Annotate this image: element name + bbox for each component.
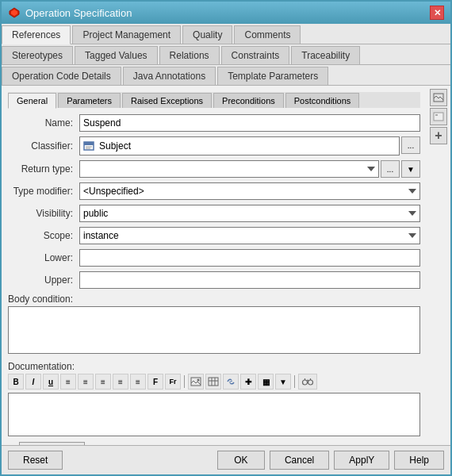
window-title: Operation Specification	[25, 7, 132, 19]
help-button[interactable]: Help	[394, 451, 444, 470]
upper-input[interactable]	[79, 271, 420, 289]
list-button[interactable]: ≡	[113, 374, 128, 390]
tab-general[interactable]: General	[8, 93, 56, 109]
lower-input[interactable]	[79, 249, 420, 267]
tab-java-annotations[interactable]: Java Annotations	[123, 67, 216, 85]
tab-comments[interactable]: Comments	[234, 25, 301, 44]
ok-button[interactable]: OK	[217, 451, 265, 470]
italic-button[interactable]: I	[25, 374, 41, 390]
return-type-row: Return type: ... ▼	[8, 160, 420, 178]
tab-traceability[interactable]: Traceability	[291, 46, 360, 64]
tab-template-parameters[interactable]: Template Parameters	[217, 67, 328, 85]
tab-references[interactable]: References	[2, 25, 71, 44]
table-button[interactable]	[205, 374, 221, 390]
upper-row: Upper:	[8, 271, 420, 289]
tabs-section: References Project Management Quality Co…	[2, 24, 450, 86]
tab-postconditions[interactable]: Postconditions	[285, 93, 360, 108]
list2-button[interactable]: ≡	[130, 374, 146, 390]
image-button[interactable]	[188, 374, 204, 390]
align-center-button[interactable]: ≡	[78, 374, 94, 390]
return-type-field: ... ▼	[79, 160, 420, 178]
content-area: General Parameters Raised Exceptions Pre…	[2, 86, 450, 445]
binoculars-button[interactable]	[298, 374, 317, 390]
name-label: Name:	[8, 117, 79, 129]
tab-raised-exceptions[interactable]: Raised Exceptions	[122, 93, 212, 108]
tab-preconditions[interactable]: Preconditions	[213, 93, 284, 108]
return-type-label: Return type:	[8, 163, 79, 175]
type-modifier-row: Type modifier: <Unspecified>	[8, 182, 420, 200]
side-image-button[interactable]	[430, 89, 447, 106]
documentation-input[interactable]	[8, 393, 420, 436]
tab-relations[interactable]: Relations	[159, 46, 220, 64]
reset-button[interactable]: Reset	[8, 451, 63, 470]
visibility-select[interactable]: public private protected package	[79, 205, 420, 222]
classifier-value: Subject	[98, 140, 131, 152]
type-modifier-select[interactable]: <Unspecified>	[79, 182, 420, 200]
tab-tagged-values[interactable]: Tagged Values	[75, 46, 158, 64]
name-row: Name:	[8, 114, 420, 132]
classifier-browse-button[interactable]: ...	[401, 136, 420, 154]
scope-label: Scope:	[8, 230, 79, 241]
lower-label: Lower:	[8, 252, 79, 263]
tab-constraints[interactable]: Constraints	[221, 46, 290, 64]
documentation-section: Documentation: B I u ≡ ≡ ≡ ≡ ≡ F Fr	[8, 361, 420, 439]
main-window: Operation Specification ✕ References Pro…	[0, 0, 452, 476]
special-button[interactable]: ✚	[240, 374, 256, 390]
classifier-row: Classifier: Subject	[8, 136, 420, 155]
side-image2-button[interactable]	[430, 108, 447, 125]
font-button[interactable]: F	[147, 374, 163, 390]
classifier-field: Subject ...	[79, 136, 420, 155]
main-content: General Parameters Raised Exceptions Pre…	[2, 86, 427, 445]
inner-tab-row: General Parameters Raised Exceptions Pre…	[8, 92, 420, 108]
side-add-icon: +	[435, 129, 442, 143]
toolbar-sep-1	[184, 375, 185, 388]
app-icon	[8, 6, 21, 19]
svg-rect-18	[434, 113, 443, 121]
documentation-label: Documentation:	[8, 361, 420, 372]
upper-label: Upper:	[8, 274, 79, 286]
return-type-select[interactable]	[79, 160, 379, 178]
side-buttons: +	[427, 86, 450, 445]
close-button[interactable]: ✕	[430, 6, 444, 20]
underline-button[interactable]: u	[43, 374, 59, 390]
tab-operation-code-details[interactable]: Operation Code Details	[2, 67, 121, 85]
body-condition-input[interactable]	[8, 306, 420, 354]
tab-row-2: Stereotypes Tagged Values Relations Cons…	[2, 44, 450, 65]
title-bar: Operation Specification ✕	[2, 2, 450, 24]
align-right-button[interactable]: ≡	[95, 374, 111, 390]
name-input[interactable]	[79, 114, 420, 132]
title-bar-left: Operation Specification	[8, 6, 132, 19]
return-type-down-button[interactable]: ▼	[401, 160, 420, 178]
visibility-row: Visibility: public private protected pac…	[8, 205, 420, 222]
tab-stereotypes[interactable]: Stereotypes	[2, 46, 73, 64]
font2-button[interactable]: Fr	[165, 374, 181, 390]
format-arrow-button[interactable]: ▼	[275, 374, 291, 390]
side-add-button[interactable]: +	[430, 127, 447, 144]
body-condition-label: Body condition:	[8, 294, 420, 305]
cancel-button[interactable]: Cancel	[270, 451, 329, 470]
tab-row-1: References Project Management Quality Co…	[2, 24, 450, 44]
footer: Reset OK Cancel ApplY Help	[2, 445, 450, 474]
tab-project-management[interactable]: Project Management	[72, 25, 181, 44]
format-button[interactable]: ▦	[258, 374, 274, 390]
classifier-icon	[80, 137, 98, 155]
svg-point-13	[303, 380, 308, 385]
classifier-label: Classifier:	[8, 140, 79, 152]
svg-rect-8	[209, 378, 218, 386]
svg-line-12	[229, 381, 232, 382]
link-button[interactable]	[223, 374, 239, 390]
bold-button[interactable]: B	[8, 374, 24, 390]
return-type-browse-button[interactable]: ...	[381, 160, 400, 178]
tab-quality[interactable]: Quality	[182, 25, 232, 44]
svg-point-7	[197, 379, 200, 382]
align-left-button[interactable]: ≡	[60, 374, 76, 390]
footer-right: OK Cancel ApplY Help	[217, 451, 444, 470]
tab-parameters[interactable]: Parameters	[58, 93, 121, 108]
svg-point-14	[308, 380, 313, 385]
tab-row-3: Operation Code Details Java Annotations …	[2, 65, 450, 86]
toolbar-sep-2	[294, 375, 295, 388]
scope-select[interactable]: instance classifier	[79, 227, 420, 244]
svg-rect-17	[434, 94, 443, 102]
visibility-label: Visibility:	[8, 208, 79, 219]
apply-button[interactable]: ApplY	[334, 451, 389, 470]
